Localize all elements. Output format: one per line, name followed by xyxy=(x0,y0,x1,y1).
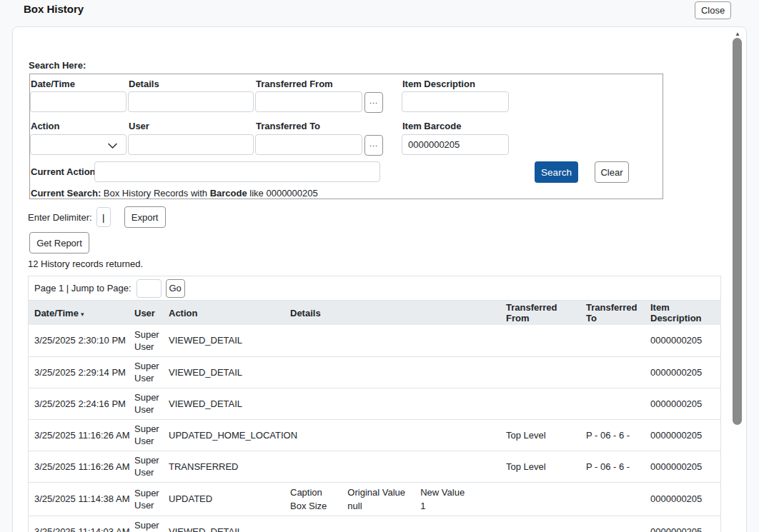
header-transferred-to[interactable]: Transferred To xyxy=(582,301,646,325)
close-button[interactable]: Close xyxy=(695,1,731,19)
transferred-to-browse-button[interactable]: ... xyxy=(364,135,383,156)
current-search-text-2: like 0000000205 xyxy=(247,188,318,199)
cell-details xyxy=(286,356,502,388)
cell-user: Super User xyxy=(130,419,164,451)
detail-col-header: Caption xyxy=(290,486,347,499)
cell-action: VIEWED_DETAIL xyxy=(164,516,286,532)
item-barcode-label: Item Barcode xyxy=(402,121,461,131)
vertical-scrollbar[interactable]: ▲ xyxy=(731,29,744,532)
cell-user: Super User xyxy=(130,482,164,516)
history-table-container: Page 1 | Jump to Page: Go Date/Time▾ Use… xyxy=(28,276,721,532)
detail-col: New Value1 xyxy=(420,486,497,513)
cell-datetime: 3/25/2025 2:29:14 PM xyxy=(29,356,130,388)
table-row: 3/25/2025 2:24:16 PM Super User VIEWED_D… xyxy=(29,388,721,419)
detail-col-value: 1 xyxy=(420,499,497,513)
cell-transferred-from xyxy=(502,356,582,388)
cell-datetime: 3/25/2025 2:30:10 PM xyxy=(29,325,130,356)
action-select[interactable] xyxy=(30,134,126,155)
jump-to-page-input[interactable] xyxy=(137,279,162,298)
clear-button[interactable]: Clear xyxy=(595,161,629,183)
cell-user: Super User xyxy=(130,388,164,419)
cell-item-description: 0000000205 xyxy=(646,388,721,419)
history-table-body: 3/25/2025 2:30:10 PM Super User VIEWED_D… xyxy=(29,325,721,532)
search-form: Date/Time Details Transferred From Item … xyxy=(29,74,663,199)
cell-action: UPDATED xyxy=(164,482,286,516)
table-row: 3/25/2025 11:14:03 AM Super User VIEWED_… xyxy=(29,516,721,532)
current-action-input[interactable] xyxy=(94,161,380,182)
header-datetime-label: Date/Time xyxy=(34,308,79,318)
cell-action: TRANSFERRED xyxy=(164,451,286,482)
current-search-line: Current Search: Box History Records with… xyxy=(31,188,318,199)
current-search-label: Current Search: xyxy=(31,188,101,199)
cell-item-description: 0000000205 xyxy=(646,419,721,451)
cell-datetime: 3/25/2025 11:14:03 AM xyxy=(29,516,130,532)
item-description-input[interactable] xyxy=(402,91,509,112)
current-action-label: Current Action: xyxy=(31,166,99,177)
cell-transferred-from xyxy=(502,388,582,419)
header-item-description[interactable]: Item Description xyxy=(646,301,721,325)
cell-action: UPDATED_HOME_LOCATION xyxy=(164,419,286,451)
page-title: Box History xyxy=(24,3,84,15)
cell-transferred-to xyxy=(582,356,646,388)
cell-details xyxy=(286,325,502,356)
detail-col-value: Box Size xyxy=(290,499,347,513)
header-user[interactable]: User xyxy=(130,301,164,325)
cell-transferred-from xyxy=(502,482,582,516)
history-table: Date/Time▾ User Action Details Transferr… xyxy=(29,301,721,532)
transferred-to-label: Transferred To xyxy=(256,121,320,131)
cell-details xyxy=(286,388,502,419)
transferred-from-browse-button[interactable]: ... xyxy=(364,92,383,113)
cell-datetime: 3/25/2025 11:16:26 AM xyxy=(29,419,130,451)
detail-col-value: null xyxy=(347,499,420,513)
cell-item-description: 0000000205 xyxy=(646,356,721,388)
user-label: User xyxy=(129,121,149,131)
get-report-button[interactable]: Get Report xyxy=(29,232,89,254)
cell-transferred-from: Top Level xyxy=(502,451,582,482)
item-barcode-input[interactable] xyxy=(402,134,509,155)
search-button[interactable]: Search xyxy=(535,161,578,183)
header-action[interactable]: Action xyxy=(164,301,286,325)
header-details[interactable]: Details xyxy=(286,301,502,325)
header-datetime[interactable]: Date/Time▾ xyxy=(29,301,130,325)
scrollbar-thumb[interactable] xyxy=(733,38,742,425)
details-label: Details xyxy=(129,79,159,89)
cell-user: Super User xyxy=(130,356,164,388)
transferred-to-input[interactable] xyxy=(255,134,362,155)
action-label: Action xyxy=(31,121,59,131)
go-button[interactable]: Go xyxy=(166,279,185,298)
cell-item-description: 0000000205 xyxy=(646,451,721,482)
export-button[interactable]: Export xyxy=(124,206,166,228)
cell-transferred-to: P - 06 - 6 - xyxy=(582,419,646,451)
cell-transferred-from: Top Level xyxy=(502,419,582,451)
sort-desc-icon: ▾ xyxy=(81,311,84,318)
enter-delimiter-label: Enter Delimiter: xyxy=(28,212,92,223)
table-row: 3/25/2025 11:16:26 AM Super User TRANSFE… xyxy=(29,451,721,482)
cell-datetime: 3/25/2025 2:24:16 PM xyxy=(29,388,130,419)
item-description-label: Item Description xyxy=(402,79,475,89)
datetime-label: Date/Time xyxy=(31,79,75,89)
transferred-from-label: Transferred From xyxy=(256,79,333,89)
pagination-row: Page 1 | Jump to Page: Go xyxy=(29,276,720,301)
transferred-from-input[interactable] xyxy=(255,91,362,112)
cell-transferred-to xyxy=(582,482,646,516)
search-here-label: Search Here: xyxy=(29,60,86,71)
cell-datetime: 3/25/2025 11:14:38 AM xyxy=(29,482,130,516)
header-transferred-from[interactable]: Transferred From xyxy=(502,301,582,325)
cell-user: Super User xyxy=(130,451,164,482)
table-row: 3/25/2025 11:16:26 AM Super User UPDATED… xyxy=(29,419,721,451)
cell-transferred-from xyxy=(502,325,582,356)
cell-transferred-to xyxy=(582,325,646,356)
details-input[interactable] xyxy=(128,91,254,112)
delimiter-input[interactable] xyxy=(96,207,111,227)
cell-user: Super User xyxy=(130,516,164,532)
cell-action: VIEWED_DETAIL xyxy=(164,356,286,388)
cell-item-description: 0000000205 xyxy=(646,516,721,532)
user-input[interactable] xyxy=(128,134,254,155)
cell-action: VIEWED_DETAIL xyxy=(164,325,286,356)
cell-details xyxy=(286,451,502,482)
detail-col: CaptionBox Size xyxy=(290,486,347,513)
detail-col: Original Valuenull xyxy=(347,486,420,513)
records-summary: 12 History records returned. xyxy=(28,259,143,269)
datetime-input[interactable] xyxy=(30,91,126,112)
cell-details: CaptionBox SizeOriginal ValuenullNew Val… xyxy=(286,482,502,516)
